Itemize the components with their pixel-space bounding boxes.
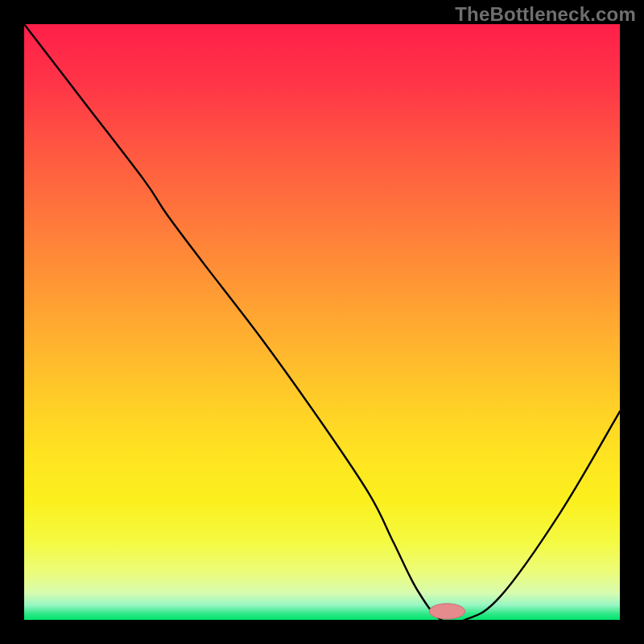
chart-frame: TheBottleneck.com [0, 0, 644, 644]
watermark-text: TheBottleneck.com [455, 3, 636, 26]
plot-area [24, 24, 620, 620]
heat-gradient-background [24, 24, 620, 620]
chart-svg [24, 24, 620, 620]
optimal-point-marker [429, 604, 464, 619]
